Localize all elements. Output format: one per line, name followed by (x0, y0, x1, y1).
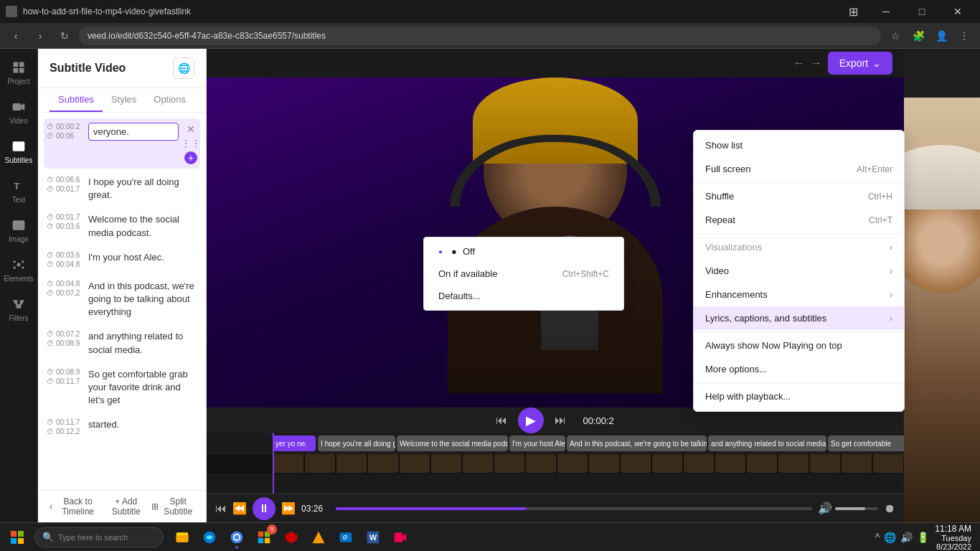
sound-icon[interactable]: 🔊 (900, 532, 913, 543)
lyrics-submenu[interactable]: ● Off On if available Ctrl+Shift+C Defau… (423, 237, 624, 311)
sidebar-item-filters[interactable]: Filters (0, 291, 37, 328)
taskbar-app-outlook[interactable]: Ø (333, 524, 359, 550)
main-context-menu[interactable]: Show list Full screen Alt+Enter Shuffle … (693, 130, 905, 412)
sidebar-item-video[interactable]: Video (0, 94, 37, 131)
taskbar-clock[interactable]: 11:18 AM Tuesday 8/23/2022 (935, 524, 971, 551)
close-button[interactable]: ✕ (941, 0, 974, 23)
subtitle-item[interactable]: ⏱00:06.6 ⏱00:01.7 I hope you're all doin… (44, 171, 200, 206)
extension-icon[interactable]: 🧩 (908, 26, 928, 46)
tab-subtitles[interactable]: Subtitles (50, 88, 103, 112)
always-show-now-playing-menu-item[interactable]: Always show Now Playing on top (694, 334, 904, 357)
track-segment[interactable]: I hope you're all doing great. (318, 435, 395, 451)
subtitle-input[interactable] (88, 123, 179, 141)
bookmark-icon[interactable]: ☆ (885, 26, 905, 46)
chevron-up-icon[interactable]: ^ (875, 532, 880, 543)
taskbar-app-store[interactable]: 5 (251, 524, 277, 550)
back-nav-button[interactable]: ‹ (6, 26, 26, 46)
subtitle-item[interactable]: ⏱00:00.2 ⏱00:06 ✕ ⋮⋮ + (44, 118, 200, 169)
skip-back-button[interactable]: ⏮ (491, 410, 512, 431)
thumbnail (621, 454, 651, 473)
tab-styles[interactable]: Styles (103, 88, 145, 112)
lyrics-captions-menu-item[interactable]: Lyrics, captions, and subtitles › (694, 306, 904, 330)
subtitle-item[interactable]: ⏱00:01.7 ⏱00:03.6 Welcome to the social … (44, 209, 200, 243)
export-button[interactable]: Export ⌄ (828, 52, 892, 75)
split-subtitle-button[interactable]: ⊞ Split Subtitle (151, 496, 194, 517)
profile-icon[interactable]: 👤 (931, 26, 951, 46)
minimize-button[interactable]: ─ (870, 0, 903, 23)
sidebar-item-project[interactable]: Project (0, 55, 37, 91)
subtitle-item[interactable]: ⏱00:08.9 ⏱00:11.7 So get comfortable gra… (44, 364, 200, 412)
track-segment[interactable]: Welcome to the social media podcast. (397, 435, 508, 451)
full-screen-menu-item[interactable]: Full screen Alt+Enter (694, 157, 904, 181)
taskbar-app-video[interactable] (387, 524, 413, 550)
track-segment[interactable]: So get comfortable (828, 435, 904, 451)
delete-subtitle-button[interactable]: ✕ (184, 123, 197, 136)
taskbar-app-edge[interactable] (197, 524, 222, 550)
track-segment[interactable]: And in this podcast, we're going to be t… (567, 435, 707, 451)
subtitle-item[interactable]: ⏱00:03.6 ⏱00:04.8 I'm your host Alec. (44, 247, 200, 273)
repeat-menu-item[interactable]: Repeat Ctrl+T (694, 208, 904, 232)
lyrics-off-item[interactable]: ● Off (424, 240, 623, 263)
mp-play-pause-button[interactable]: ⏸ (253, 497, 275, 520)
taskbar-app-explorer[interactable] (169, 524, 195, 550)
playhead (273, 433, 274, 494)
add-subtitle-button[interactable]: + Add Subtitle (106, 496, 146, 517)
address-bar[interactable] (79, 27, 881, 45)
battery-icon[interactable]: 🔋 (917, 532, 929, 543)
sidebar-item-image[interactable]: Image (0, 212, 37, 249)
thumbnail (873, 454, 903, 473)
undo-button[interactable]: ← (793, 57, 805, 70)
translate-button[interactable]: 🌐 (173, 57, 194, 79)
back-to-timeline-button[interactable]: ‹ Back to Timeline (50, 496, 100, 517)
forward-nav-button[interactable]: › (30, 26, 50, 46)
track-segment[interactable]: I'm your host Alec. (509, 435, 565, 451)
taskbar-app-word[interactable]: W (360, 524, 386, 550)
taskbar-app-vlc[interactable] (306, 524, 331, 550)
mp-skip-back-icon[interactable]: ⏮ (215, 502, 227, 515)
track-segment[interactable]: yer yo ne. (273, 435, 316, 451)
move-subtitle-button[interactable]: ⋮⋮ (184, 137, 197, 150)
lyrics-on-if-available-item[interactable]: On if available Ctrl+Shift+C (424, 263, 623, 285)
thumbnail (494, 454, 524, 473)
subtitle-item[interactable]: ⏱00:11.7 ⏱00:12.2 started. (44, 414, 200, 440)
mp-rewind-icon[interactable]: ⏪ (232, 501, 247, 515)
sidebar-item-text[interactable]: T Text (0, 173, 37, 209)
network-icon[interactable]: 🌐 (884, 532, 896, 543)
mp-mute-icon[interactable]: 🔊 (818, 501, 832, 515)
enhancements-menu-item[interactable]: Enhancements › (694, 283, 904, 306)
taskbar-app-chrome[interactable] (224, 524, 250, 550)
tab-options[interactable]: Options (145, 88, 194, 112)
thumbnail (273, 454, 303, 473)
show-list-menu-item[interactable]: Show list (694, 133, 904, 157)
taskbar-app-mcafee[interactable] (278, 524, 304, 550)
mp-progress-bar[interactable] (336, 507, 812, 510)
redo-button[interactable]: → (811, 57, 822, 70)
skip-forward-button[interactable]: ⏭ (550, 410, 571, 431)
video-menu-item[interactable]: Video › (694, 259, 904, 283)
maximize-button[interactable]: □ (905, 0, 938, 23)
title-bar-left: how-to-add-srt-file-to-mp4-video-givefas… (6, 6, 191, 17)
visualizations-menu-item[interactable]: Visualizations › (694, 235, 904, 259)
add-subtitle-inline-button[interactable]: + (184, 151, 197, 164)
subtitle-item[interactable]: ⏱00:04.8 ⏱00:07.2 And in this podcast, w… (44, 276, 200, 324)
subtitle-times: ⏱00:07.2 ⏱00:08.9 (47, 330, 83, 347)
mp-fast-forward-icon[interactable]: ⏩ (281, 501, 296, 515)
lyrics-defaults-item[interactable]: Defaults... (424, 285, 623, 307)
play-button[interactable]: ▶ (518, 408, 544, 433)
sidebar-item-elements[interactable]: Elements (0, 252, 37, 288)
subtitle-item[interactable]: ⏱00:07.2 ⏱00:08.9 and anything related t… (44, 326, 200, 360)
reload-button[interactable]: ↻ (55, 26, 75, 46)
taskbar-search[interactable]: 🔍 Type here to search (34, 527, 164, 547)
track-segment[interactable]: and anything related to social media. (708, 435, 826, 451)
mp-record-icon[interactable]: ⏺ (884, 502, 895, 515)
start-button[interactable] (3, 526, 32, 549)
shuffle-menu-item[interactable]: Shuffle Ctrl+H (694, 184, 904, 208)
more-options-menu-item[interactable]: More options... (694, 357, 904, 381)
sidebar-item-subtitles[interactable]: Subtitles (0, 133, 37, 170)
svg-rect-0 (14, 62, 19, 67)
mp-volume-bar[interactable] (835, 507, 878, 510)
subtitle-times: ⏱00:04.8 ⏱00:07.2 (47, 280, 83, 297)
help-with-playback-menu-item[interactable]: Help with playback... (694, 385, 904, 408)
show-list-label: Show list (705, 140, 743, 151)
settings-icon[interactable]: ⋮ (954, 26, 974, 46)
